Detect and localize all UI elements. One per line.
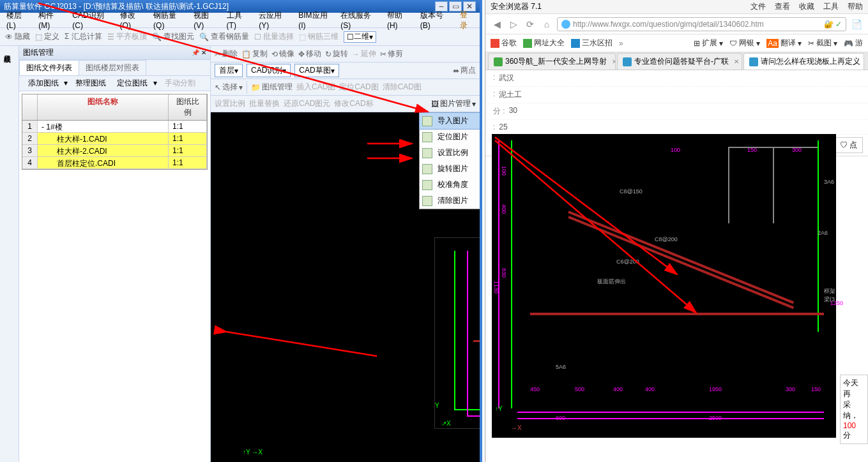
dim-label: 450 (530, 386, 540, 392)
ext-button[interactable]: ⊞ 扩展 ▾ (694, 38, 723, 48)
hide-tool[interactable]: 👁 隐藏 (5, 31, 30, 42)
flatten-tool[interactable]: ☰ 平齐板顶 (107, 31, 147, 42)
locate-cad-button[interactable]: 定位CAD图 (339, 82, 378, 93)
trim-button[interactable]: ✂ 修剪 (380, 48, 403, 59)
menu-online[interactable]: 在线服务(S) (337, 9, 381, 31)
tab-question[interactable]: 请问怎么样在现浇板上再定义 (743, 53, 864, 70)
sketch-dropdown[interactable]: CAD草图 ▾ (294, 64, 339, 77)
row-scale: 1:1 (169, 121, 207, 132)
batch-replace-button[interactable]: 批量替换 (249, 98, 280, 109)
table-row[interactable]: 2 柱大样-1.CADI 1:1 (22, 133, 207, 145)
bank-button[interactable]: 🛡 网银 ▾ (729, 38, 760, 48)
dim-label: 100 (501, 166, 507, 175)
browser-menu-file[interactable]: 文件 (750, 1, 766, 12)
menu-cad[interactable]: CAD识别(C) (68, 9, 113, 31)
restore-cad-button[interactable]: 还原CAD图元 (284, 98, 330, 109)
extend-button[interactable]: → 延伸 (352, 48, 376, 59)
bookmark-sanshui[interactable]: 三水区招 (571, 38, 613, 48)
select-button[interactable]: ↖ 选择 ▾ (215, 82, 243, 93)
tab-floor-compare[interactable]: 图纸楼层对照表 (79, 60, 146, 75)
dim-label: 830 (501, 268, 507, 278)
dim-label: 400 (501, 204, 507, 214)
col-scale: 图纸比例 (169, 94, 207, 120)
forward-button[interactable]: ▷ (507, 18, 520, 31)
menu-locate-image[interactable]: 定位图片 (420, 129, 480, 145)
panel-header: 图纸管理 📌 ✕ (19, 46, 210, 60)
back-button[interactable]: ◀ (491, 18, 503, 31)
menu-rotate-image[interactable]: 旋转图片 (420, 161, 480, 177)
batch-select-tool[interactable]: ☐ 批量选择 (254, 31, 294, 42)
manual-split-button[interactable]: 手动分割 (162, 76, 199, 91)
menu-view[interactable]: 视图(V) (190, 9, 220, 31)
menu-version[interactable]: 版本号(B) (416, 9, 453, 31)
check-rebar-tool[interactable]: 🔍 查看钢筋量 (199, 31, 249, 42)
address-input[interactable]: http://www.fwxgx.com/question/gimq/detai… (557, 17, 846, 31)
move-button[interactable]: ✥ 移动 (298, 48, 321, 59)
delete-button[interactable]: ✂ 删除 (215, 48, 238, 59)
modify-cad-button[interactable]: 修改CAD标 (334, 98, 373, 109)
menu-button[interactable]: 📄 (850, 18, 863, 31)
menu-calibrate-angle[interactable]: 校准角度 (420, 177, 480, 193)
set-scale-button[interactable]: 设置比例 (215, 98, 245, 109)
axis-origin-icon: ↑Y →X (243, 449, 263, 456)
bookmark-sites[interactable]: 网址大全 (523, 38, 565, 48)
menu-help[interactable]: 帮助(H) (383, 9, 414, 31)
close-tab-icon[interactable]: ✕ (612, 58, 616, 65)
browser-menu-help[interactable]: 帮助 (848, 1, 863, 12)
view-mode-dropdown[interactable]: ☐ 二维 ▾ (344, 31, 376, 43)
mirror-button[interactable]: ⟲ 镜像 (271, 48, 294, 59)
menu-rebar[interactable]: 钢筋量(Q) (149, 9, 187, 31)
drawing-mgr-button[interactable]: 📁 图纸管理 (251, 82, 293, 93)
menu-floor[interactable]: 楼层(L) (3, 9, 32, 31)
clear-cad-button[interactable]: 清除CAD图 (383, 82, 422, 93)
menu-cloud[interactable]: 云应用(Y) (255, 9, 292, 31)
pin-icon[interactable]: 📌 ✕ (192, 49, 206, 56)
screenshot-button[interactable]: ✂ 截图 ▾ (808, 38, 837, 48)
menu-modify[interactable]: 修改(O) (116, 9, 148, 31)
organize-drawing-button[interactable]: 整理图纸 (72, 76, 109, 91)
copy-button[interactable]: 📋 复制 (241, 48, 268, 59)
menu-clear-image[interactable]: 清除图片 (420, 193, 480, 209)
home-button[interactable]: ⌂ (540, 18, 553, 31)
close-tab-icon[interactable]: ✕ (734, 58, 739, 65)
sum-tool[interactable]: Σ 汇总计算 (65, 31, 102, 42)
find-tool[interactable]: 🔍 查找图元 (152, 31, 194, 42)
menu-bim[interactable]: BIM应用(I) (294, 9, 334, 31)
menu-component[interactable]: 构件(M) (34, 9, 66, 31)
tab-360nav[interactable]: 360导航_新一代安全上网导射✕ (488, 53, 616, 70)
dim-label: 150 (811, 386, 821, 392)
bookmark-more[interactable]: » (619, 39, 623, 48)
menu-tools[interactable]: 工具(T) (223, 9, 253, 31)
bookmark-google[interactable]: 谷歌 (491, 38, 517, 48)
menu-set-scale[interactable]: 设置比例 (420, 145, 480, 161)
browser-menu-tools[interactable]: 工具 (823, 1, 839, 12)
rotate-button[interactable]: ↻ 旋转 (325, 48, 348, 59)
add-drawing-button[interactable]: 添加图纸 ▾ (22, 76, 71, 91)
tab-file-list[interactable]: 图纸文件列表 (19, 60, 79, 75)
cad-preview[interactable]: C8@150 C8@200 C6@200 板面筋伸出 3A6 2A6 框架梁(3… (434, 237, 480, 429)
browser-menu-view[interactable]: 查看 (775, 1, 790, 12)
rebar-3d-tool[interactable]: ⬚ 钢筋三维 (299, 31, 339, 42)
insert-cad-button[interactable]: 插入CAD图 (296, 82, 335, 93)
image-mgr-button[interactable]: 🖼 图片管理 ▾ (431, 98, 476, 109)
define-tool[interactable]: ⬚ 定义 (35, 31, 59, 42)
floor-dropdown[interactable]: 首层 ▾ (215, 64, 243, 77)
game-button[interactable]: 🎮 游 (844, 38, 863, 48)
dim-label: 100 (671, 147, 680, 153)
like-button[interactable]: ♡ 点 (834, 137, 863, 153)
tab-zaojia[interactable]: 专业造价问题答疑平台-广联✕ (617, 53, 742, 70)
cad-detail-view[interactable]: C8@150 3A6 2A6 C8@200 C6@200 板面筋伸出 框架梁(3… (492, 134, 836, 438)
reload-button[interactable]: ⟳ (524, 18, 537, 31)
translate-button[interactable]: Aa 翻译 ▾ (766, 38, 802, 48)
table-row[interactable]: 4 首层柱定位.CADI 1:1 (22, 157, 207, 169)
edit-toolbar: ✂ 删除 📋 复制 ⟲ 镜像 ✥ 移动 ↻ 旋转 → 延伸 ✂ 修剪 (211, 46, 480, 63)
browser-menu-fav[interactable]: 收藏 (799, 1, 814, 12)
cad-dropdown[interactable]: CAD识别 ▾ (247, 64, 291, 77)
login-button[interactable]: 登录 (456, 8, 477, 33)
menu-import-image[interactable]: 导入图片 (419, 112, 480, 130)
table-row[interactable]: 1 - 1#楼 1:1 (22, 121, 207, 133)
locate-drawing-button[interactable]: 定位图纸 ▾ (110, 76, 160, 91)
module-nav-tab[interactable]: 模块导航栏 (0, 46, 15, 54)
table-row[interactable]: 3 柱大样-2.CADI 1:1 (22, 145, 207, 157)
twopoint-button[interactable]: ⬌ 两点 (453, 65, 476, 76)
